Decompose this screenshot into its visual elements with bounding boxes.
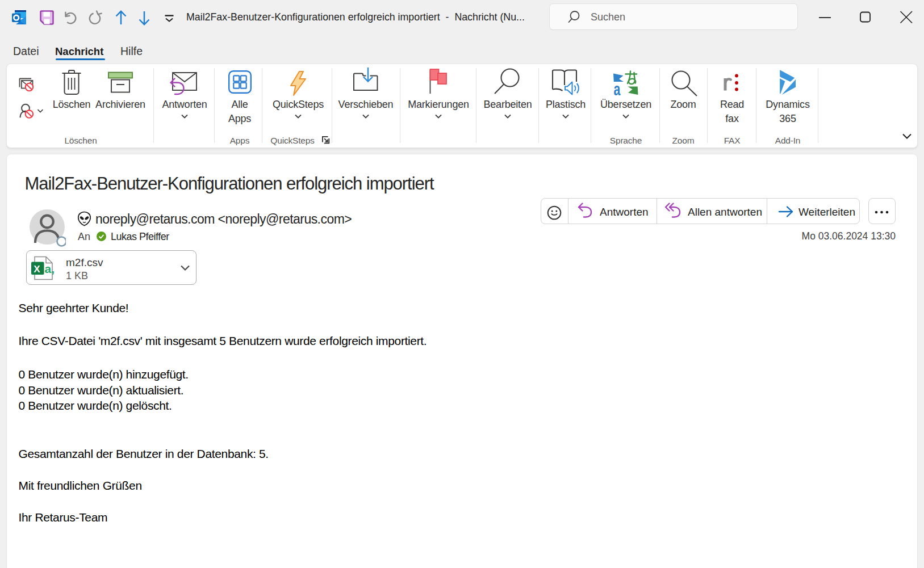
svg-text:X: X — [34, 264, 40, 275]
svg-text:a: a — [614, 79, 621, 96]
svg-text:a,: a, — [45, 262, 55, 275]
